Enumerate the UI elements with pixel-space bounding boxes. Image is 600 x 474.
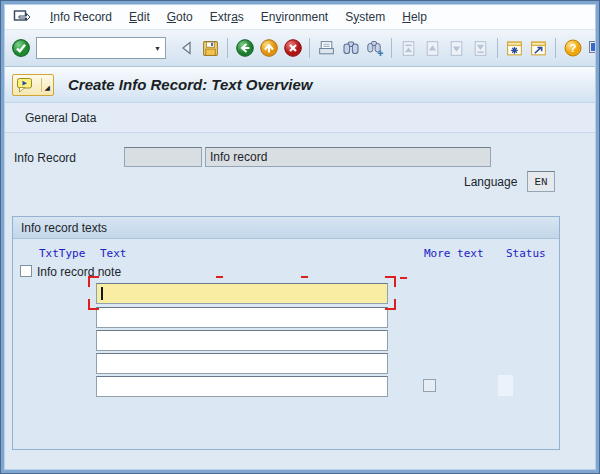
new-session-icon [505, 39, 524, 58]
find-button[interactable] [339, 36, 362, 60]
toolbar-separator [497, 38, 498, 58]
info-record-texts-groupbox: Info record texts TxtType Text More text… [12, 216, 560, 450]
exit-button[interactable] [257, 36, 280, 60]
menu-extras[interactable]: Extras [210, 10, 244, 24]
text-line-input-5[interactable] [96, 376, 388, 397]
last-page-button[interactable] [469, 36, 492, 60]
customize-layout-button[interactable] [585, 36, 600, 60]
menu-edit[interactable]: Edit [129, 10, 150, 24]
print-icon [317, 39, 336, 58]
collapse-command-button[interactable] [175, 36, 198, 60]
print-button[interactable] [315, 36, 338, 60]
object-dropdown-icon: ◢ [41, 78, 50, 92]
status-indicator-box [498, 375, 513, 396]
enter-icon [11, 38, 31, 58]
services-for-object-button[interactable]: ◢ [12, 74, 54, 96]
sap-window: Info Record Edit Goto Extras Environment… [0, 0, 600, 474]
svg-text:?: ? [569, 42, 576, 54]
groupbox-header: Info record texts [13, 217, 559, 239]
last-page-icon [471, 39, 490, 58]
exit-icon [259, 38, 279, 58]
text-line-input-4[interactable] [96, 353, 388, 374]
menu-info-record[interactable]: Info Record [50, 10, 112, 24]
help-icon: ? [563, 38, 583, 58]
back-icon [235, 38, 255, 58]
info-record-number-field[interactable] [124, 147, 202, 167]
column-header-txttype: TxtType [39, 247, 85, 260]
text-cursor [101, 287, 103, 300]
next-page-icon [447, 39, 466, 58]
language-field[interactable] [527, 171, 555, 192]
language-label: Language [464, 175, 517, 189]
previous-page-icon [423, 39, 442, 58]
new-session-button[interactable] [503, 36, 526, 60]
text-line-input-1[interactable] [96, 283, 388, 304]
menu-environment[interactable]: Environment [261, 10, 328, 24]
toolbar-separator [555, 38, 556, 58]
cancel-button[interactable] [281, 36, 304, 60]
menu-bar: Info Record Edit Goto Extras Environment… [4, 4, 596, 30]
previous-page-button[interactable] [421, 36, 444, 60]
info-record-description-field[interactable] [205, 147, 491, 167]
command-field[interactable] [37, 40, 150, 56]
general-data-button[interactable]: General Data [16, 108, 105, 128]
cancel-icon [283, 38, 303, 58]
find-icon [341, 38, 361, 58]
text-line-input-2[interactable] [96, 307, 388, 328]
customize-layout-icon [587, 38, 600, 58]
first-page-button[interactable] [397, 36, 420, 60]
menu-help[interactable]: Help [402, 10, 427, 24]
page-title: Create Info Record: Text Overview [68, 76, 313, 93]
services-for-object-icon [16, 77, 36, 93]
column-header-text: Text [100, 247, 127, 260]
application-toolbar: General Data [4, 103, 596, 133]
toolbar-separator [309, 38, 310, 58]
collapse-command-icon [178, 39, 196, 57]
help-button[interactable]: ? [561, 36, 584, 60]
enter-button[interactable] [9, 36, 32, 60]
system-menu-icon[interactable] [13, 9, 31, 24]
find-next-icon [365, 38, 385, 58]
back-button[interactable] [233, 36, 256, 60]
next-page-button[interactable] [445, 36, 468, 60]
toolbar-separator [391, 38, 392, 58]
find-next-button[interactable] [363, 36, 386, 60]
save-icon [201, 39, 220, 58]
text-line-input-3[interactable] [96, 330, 388, 351]
title-bar: ◢ Create Info Record: Text Overview [4, 67, 596, 103]
info-record-label: Info Record [14, 151, 76, 165]
column-header-more-text: More text [424, 247, 484, 260]
save-button[interactable] [199, 36, 222, 60]
create-shortcut-button[interactable] [527, 36, 550, 60]
info-record-note-checkbox[interactable] [20, 265, 32, 277]
standard-toolbar: ▼ [4, 30, 596, 67]
toolbar-separator [227, 38, 228, 58]
menu-system[interactable]: System [345, 10, 385, 24]
more-text-checkbox[interactable] [423, 379, 436, 392]
column-header-status: Status [506, 247, 546, 260]
first-page-icon [399, 39, 418, 58]
command-field-wrap: ▼ [36, 37, 166, 59]
menu-goto[interactable]: Goto [167, 10, 193, 24]
groupbox-title: Info record texts [21, 221, 107, 235]
info-record-note-label: Info record note [37, 265, 121, 279]
create-shortcut-icon [529, 39, 548, 58]
command-dropdown-icon[interactable]: ▼ [150, 38, 165, 58]
